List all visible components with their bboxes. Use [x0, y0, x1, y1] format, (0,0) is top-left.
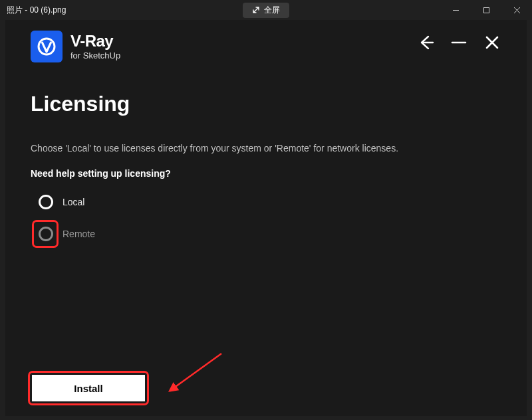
titlebar-center: 全屏 — [243, 3, 289, 18]
installer-close-button[interactable] — [483, 33, 501, 52]
install-area: Install — [32, 375, 145, 401]
radio-local-label: Local — [63, 197, 84, 207]
installer-header: V-Ray for SketchUp — [31, 31, 501, 62]
radio-icon — [39, 195, 53, 209]
window-controls — [440, 0, 532, 20]
minimize-icon — [450, 34, 467, 51]
close-icon — [484, 35, 500, 51]
photos-titlebar: 照片 - 00 (6).png 全屏 — [0, 0, 532, 20]
installer-minimize-button[interactable] — [450, 33, 468, 52]
brand-sub: for SketchUp — [70, 51, 120, 60]
expand-icon — [252, 6, 260, 14]
fullscreen-button[interactable]: 全屏 — [243, 3, 289, 18]
page-description: Choose 'Local' to use licenses directly … — [31, 143, 501, 154]
license-options: Local Remote — [31, 195, 501, 241]
arrow-left-icon — [417, 34, 434, 51]
radio-local[interactable]: Local — [31, 195, 501, 209]
radio-remote-label: Remote — [63, 229, 95, 239]
radio-icon — [39, 227, 53, 241]
back-button[interactable] — [416, 33, 435, 52]
svg-rect-0 — [483, 7, 489, 13]
brand-text: V-Ray for SketchUp — [70, 33, 120, 60]
annotation-arrow-icon — [168, 351, 228, 397]
page-title: Licensing — [31, 92, 501, 116]
maximize-button[interactable] — [471, 0, 501, 20]
fullscreen-label: 全屏 — [264, 5, 280, 16]
radio-remote[interactable]: Remote — [31, 227, 501, 241]
brand: V-Ray for SketchUp — [31, 31, 120, 62]
brand-name: V-Ray — [70, 33, 120, 49]
help-link[interactable]: Need help setting up licensing? — [31, 168, 501, 179]
vray-logo-icon — [31, 31, 63, 62]
installer-controls — [416, 33, 501, 52]
close-button[interactable] — [501, 0, 532, 20]
installer-panel: V-Ray for SketchUp Licensing Choo — [5, 20, 527, 416]
svg-line-2 — [174, 354, 221, 388]
minimize-button[interactable] — [440, 0, 471, 20]
window-title: 照片 - 00 (6).png — [7, 5, 66, 16]
install-button[interactable]: Install — [32, 375, 145, 401]
